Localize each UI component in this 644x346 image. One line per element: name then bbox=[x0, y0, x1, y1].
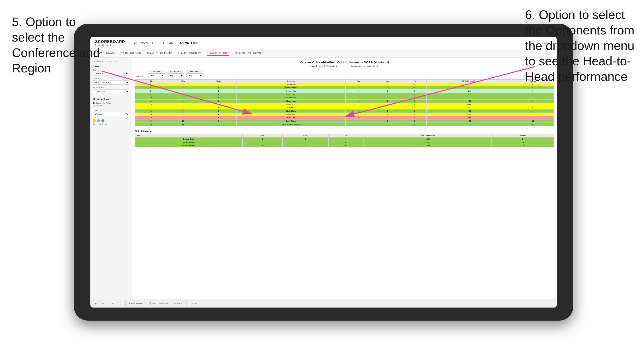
cell-win: 0 bbox=[346, 116, 372, 119]
view-original-btn[interactable]: 👁 View: Original bbox=[128, 302, 143, 305]
colour-select[interactable]: Win/loss bbox=[93, 112, 130, 116]
division-record-value: 331 - 34 - 6 bbox=[367, 65, 378, 67]
region-header: Region bbox=[148, 70, 165, 73]
cell-reg: 6 bbox=[166, 96, 200, 100]
annotation-left-text: 5. Option to select the Conference and R… bbox=[12, 15, 100, 75]
cell-win: 1 bbox=[346, 100, 372, 103]
th-reg: # Reg bbox=[166, 80, 200, 83]
table-row: 11 2 5 Heejo Hyun 1 0 0 3.33 3 bbox=[135, 100, 554, 103]
division-record-label: Division Record: 331 - 34 - 6 bbox=[351, 65, 378, 67]
overall-record-value: 353 - 34 - 6 bbox=[326, 65, 337, 67]
conference-header: Conference bbox=[167, 70, 184, 73]
cell-conf: 1 bbox=[200, 83, 237, 86]
save-icon: 💾 bbox=[149, 302, 151, 305]
cell-out-rounds: 30 bbox=[492, 141, 554, 144]
cell-conf: 2 bbox=[200, 86, 237, 90]
sub-nav-player-h2h-heatmap[interactable]: PLAYER H2H HEATMAP bbox=[235, 51, 263, 56]
sub-nav: TEAM SUMMARY TEAM H2H GRID TEAM H2H HEAT… bbox=[90, 49, 557, 58]
cell-diff: 1.50 bbox=[426, 83, 512, 86]
cell-tie: 0 bbox=[403, 100, 426, 103]
tablet-screen: SCOREBOARD Powered by clippd TOURNAMENTS… bbox=[90, 37, 557, 308]
record-row: Overall Record: 353 - 34 - 6 Division Re… bbox=[135, 65, 554, 67]
table-row: 3 3 1 Esther Lee 1 0 0 1.50 4 bbox=[135, 83, 554, 86]
dot-up bbox=[101, 119, 104, 122]
cell-reg: 1 bbox=[166, 93, 200, 96]
cell-loss: 0 bbox=[372, 83, 403, 86]
cell-rounds: 4 bbox=[512, 110, 554, 113]
nav-teams[interactable]: TEAMS bbox=[163, 40, 173, 46]
radio-top100[interactable]: Top 100 bbox=[93, 105, 130, 107]
radio-opponents-played[interactable]: Opponents Played bbox=[93, 102, 130, 104]
cell-out-name: NCAA Division 2 bbox=[135, 144, 243, 148]
undo-btn[interactable]: ↩ bbox=[94, 302, 98, 305]
cell-conf: 2 bbox=[200, 116, 237, 119]
th-opponent: Opponent bbox=[237, 80, 346, 83]
cell-tie: 0 bbox=[403, 123, 426, 126]
cell-diff: 0.30 bbox=[426, 119, 512, 123]
cell-opponent: Andrea York bbox=[237, 96, 346, 100]
legend-row: Down Level Up bbox=[93, 123, 130, 125]
cell-rounds: 3 bbox=[512, 100, 554, 103]
radio-label-top100: Top 100 bbox=[96, 105, 102, 107]
cell-conf: 4 bbox=[200, 93, 237, 96]
player-rank-label: Player (Rank) bbox=[93, 86, 130, 89]
table-row: 5 2 2 Alexis Sudijanto 1 0 0 4.00 3 bbox=[135, 86, 554, 90]
sub-nav-team-h2h-grid[interactable]: TEAM H2H GRID bbox=[121, 51, 141, 56]
cell-loss: 1 bbox=[372, 90, 403, 93]
watch-label: Watch bbox=[176, 302, 182, 305]
cell-opponent: Jessica Mason bbox=[237, 113, 346, 116]
cell-loss: 0 bbox=[372, 110, 403, 113]
colour-dots bbox=[93, 119, 130, 122]
table-row: 18 2 2 Euna Lee 0 3 0 -5.00 2 bbox=[135, 116, 554, 119]
nav-items: TOURNAMENTS TEAMS COMMITTEE bbox=[132, 40, 542, 46]
cell-div: 20 bbox=[135, 123, 166, 126]
redo-btn[interactable]: ↪ bbox=[101, 302, 105, 305]
table-row: 10 6 3 Andrea York 2 0 0 4.00 4 bbox=[135, 96, 554, 100]
nav-tournaments[interactable]: TOURNAMENTS bbox=[132, 40, 156, 46]
region-select[interactable]: (All) bbox=[148, 73, 165, 77]
clock-btn[interactable]: 🕐 bbox=[118, 302, 122, 305]
opponent-filter: Opponent (All) bbox=[186, 70, 203, 77]
cell-loss: 1 bbox=[372, 123, 403, 126]
th-tie: Tie bbox=[403, 80, 426, 83]
cell-diff: -5.00 bbox=[426, 116, 512, 119]
cell-win: 1 bbox=[346, 113, 372, 116]
cell-win: 1 bbox=[346, 83, 372, 86]
share-btn[interactable]: ↗ Share bbox=[189, 302, 197, 305]
opponent-header: Opponent bbox=[186, 70, 203, 73]
cell-rounds: 7 bbox=[512, 113, 554, 116]
cell-rounds: 3 bbox=[512, 86, 554, 90]
dot-level bbox=[97, 119, 100, 122]
th-out-rounds: Rounds bbox=[492, 134, 554, 138]
watch-btn[interactable]: 👁 Watch ▾ bbox=[174, 302, 184, 305]
cell-tie: 0 bbox=[403, 106, 426, 110]
cell-tie: 0 bbox=[403, 103, 426, 106]
player-rank-select[interactable]: 8. Katelyn Vo bbox=[93, 89, 130, 93]
annotation-right-text: 6. Option to select the Opponents from t… bbox=[525, 8, 634, 83]
cell-conf: 3 bbox=[200, 96, 237, 100]
zoom-btn[interactable]: ⊕ bbox=[111, 302, 115, 305]
division-label: Division bbox=[93, 78, 130, 80]
cell-out-name: NAIA Division 1 bbox=[135, 141, 243, 144]
cell-win: 2 bbox=[346, 106, 372, 110]
division-select[interactable]: NCAA Division III bbox=[93, 80, 130, 85]
cell-tie: 0 bbox=[403, 110, 426, 113]
sub-nav-team-h2h-heatmap[interactable]: TEAM H2H HEATMAP bbox=[147, 51, 172, 56]
cell-loss: 2 bbox=[372, 106, 403, 110]
sub-nav-player-h2h-grid[interactable]: PLAYER H2H GRID bbox=[207, 51, 230, 56]
cell-reg: 3 bbox=[166, 113, 200, 116]
conference-filter: Conference (All) bbox=[167, 70, 184, 77]
sub-nav-player-summary[interactable]: PLAYER SUMMARY bbox=[178, 51, 201, 56]
save-custom-btn[interactable]: 💾 Save Custom View bbox=[149, 302, 168, 305]
cell-diff: -1.00 bbox=[426, 90, 512, 93]
conference-select[interactable]: (All) bbox=[167, 73, 184, 77]
toolbar-divider-1 bbox=[108, 301, 108, 306]
cell-tie: 0 bbox=[403, 83, 426, 86]
opponent-select[interactable]: (All) bbox=[186, 73, 203, 77]
overall-record-label: Overall Record: 353 - 34 - 6 bbox=[310, 65, 337, 67]
filters-row: Opponents: Region (All) Conference (All) bbox=[135, 70, 554, 77]
nav-committee[interactable]: COMMITTEE bbox=[180, 40, 198, 46]
tablet-device: SCOREBOARD Powered by clippd TOURNAMENTS… bbox=[74, 24, 573, 321]
cell-conf: 1 bbox=[200, 103, 237, 106]
cell-win: 2 bbox=[346, 96, 372, 100]
